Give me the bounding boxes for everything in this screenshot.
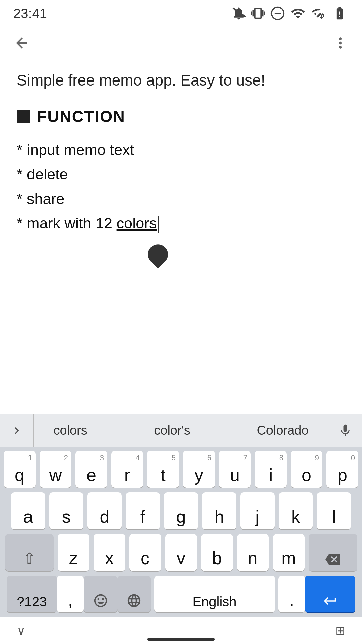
- keyboard-hide-button[interactable]: ∨: [17, 624, 25, 638]
- language-button[interactable]: [117, 576, 151, 612]
- key-w[interactable]: 2 w: [40, 451, 71, 488]
- autocomplete-word-2[interactable]: color's: [147, 420, 197, 441]
- key-c-letter: c: [141, 549, 149, 567]
- section-icon-square: [17, 110, 30, 123]
- key-n[interactable]: n: [237, 534, 269, 571]
- key-e-letter: e: [86, 466, 96, 484]
- status-time: 23:41: [13, 6, 47, 21]
- key-o[interactable]: 9 o: [291, 451, 322, 488]
- key-l[interactable]: l: [317, 492, 351, 529]
- feature-colors-word: colors: [117, 215, 157, 232]
- home-indicator: [147, 638, 215, 641]
- autocomplete-word-3[interactable]: Colorado: [250, 420, 315, 441]
- shift-icon: ⇧: [23, 550, 36, 567]
- shift-button[interactable]: ⇧: [5, 534, 54, 571]
- key-f[interactable]: f: [126, 492, 160, 529]
- key-p-num: 0: [351, 453, 355, 462]
- keyboard-row-2: a s d f g h j k l: [3, 492, 359, 529]
- key-rows: 1 q 2 w 3 e 4 r 5 t 6 y: [0, 447, 362, 612]
- key-x-letter: x: [105, 549, 114, 567]
- enter-button[interactable]: [305, 576, 355, 612]
- key-s[interactable]: s: [49, 492, 83, 529]
- backspace-icon: [324, 552, 341, 567]
- key-e[interactable]: 3 e: [75, 451, 107, 488]
- more-menu-button[interactable]: [328, 31, 352, 56]
- key-x[interactable]: x: [94, 534, 125, 571]
- space-key[interactable]: English: [154, 576, 275, 612]
- key-u-letter: u: [230, 466, 240, 484]
- key-b[interactable]: b: [201, 534, 233, 571]
- key-k[interactable]: k: [279, 492, 313, 529]
- key-y-letter: y: [195, 466, 203, 484]
- key-z[interactable]: z: [58, 534, 89, 571]
- key-n-letter: n: [248, 549, 258, 567]
- key-i-num: 8: [279, 453, 283, 462]
- battery-icon: [330, 6, 349, 21]
- key-q-num: 1: [28, 453, 32, 462]
- notification-off-icon: [231, 6, 246, 21]
- key-w-letter: w: [49, 466, 62, 484]
- feature-item-4: * mark with 12 colors: [17, 213, 345, 234]
- period-key[interactable]: .: [278, 576, 305, 612]
- key-p-letter: p: [338, 466, 347, 484]
- key-v[interactable]: v: [165, 534, 197, 571]
- key-m[interactable]: m: [273, 534, 305, 571]
- backspace-button[interactable]: [309, 534, 357, 571]
- key-t-letter: t: [161, 466, 165, 484]
- key-t[interactable]: 5 t: [147, 451, 179, 488]
- section-header: FUNCTION: [17, 107, 345, 126]
- key-a-letter: a: [23, 508, 33, 525]
- key-j-letter: j: [255, 508, 259, 525]
- key-p[interactable]: 0 p: [326, 451, 358, 488]
- key-v-letter: v: [177, 549, 185, 567]
- enter-icon: [322, 594, 339, 608]
- key-d[interactable]: d: [87, 492, 122, 529]
- key-i[interactable]: 8 i: [255, 451, 287, 488]
- comma-label: ,: [68, 591, 73, 608]
- comma-key[interactable]: ,: [57, 576, 84, 612]
- keyboard-layout-button[interactable]: ⊞: [335, 624, 345, 638]
- keyboard-area: colors color's Colorado 1 q 2 w 3 e: [0, 414, 362, 617]
- key-q[interactable]: 1 q: [4, 451, 36, 488]
- autocomplete-word-1[interactable]: colors: [47, 420, 94, 441]
- space-label: English: [192, 595, 236, 608]
- microphone-button[interactable]: [328, 414, 362, 447]
- period-label: .: [289, 591, 294, 608]
- globe-icon: [126, 593, 142, 608]
- key-w-num: 2: [64, 453, 68, 462]
- key-i-letter: i: [269, 466, 273, 484]
- toolbar: [0, 27, 362, 60]
- key-h-letter: h: [215, 508, 224, 525]
- back-button[interactable]: [10, 31, 34, 56]
- key-a[interactable]: a: [11, 492, 45, 529]
- app-tagline: Simple free memo app. Easy to use!: [17, 70, 345, 91]
- key-r-num: 4: [136, 453, 140, 462]
- signal-icon: [311, 6, 326, 21]
- autocomplete-expand-button[interactable]: [0, 414, 34, 447]
- status-bar: 23:41: [0, 0, 362, 27]
- key-c[interactable]: c: [129, 534, 161, 571]
- key-d-letter: d: [100, 508, 110, 525]
- feature-list: * input memo text * delete * share * mar…: [17, 139, 345, 234]
- key-o-letter: o: [302, 466, 311, 484]
- key-y[interactable]: 6 y: [183, 451, 215, 488]
- key-r[interactable]: 4 r: [111, 451, 143, 488]
- key-m-letter: m: [281, 549, 296, 567]
- symbols-button[interactable]: ?123: [7, 576, 57, 612]
- key-b-letter: b: [212, 549, 222, 567]
- vibrate-icon: [251, 6, 265, 21]
- key-e-num: 3: [100, 453, 104, 462]
- key-h[interactable]: h: [202, 492, 236, 529]
- key-u[interactable]: 7 u: [219, 451, 251, 488]
- symbols-label: ?123: [17, 595, 47, 608]
- status-icons: [231, 6, 349, 21]
- cursor-handle: [144, 240, 172, 269]
- key-k-letter: k: [291, 508, 300, 525]
- autocomplete-divider-1: [121, 422, 121, 439]
- key-g[interactable]: g: [164, 492, 198, 529]
- emoji-button[interactable]: [84, 576, 117, 612]
- key-y-num: 6: [207, 453, 212, 462]
- key-f-letter: f: [140, 508, 145, 525]
- key-j[interactable]: j: [240, 492, 275, 529]
- content-area: Simple free memo app. Easy to use! FUNCT…: [0, 60, 362, 247]
